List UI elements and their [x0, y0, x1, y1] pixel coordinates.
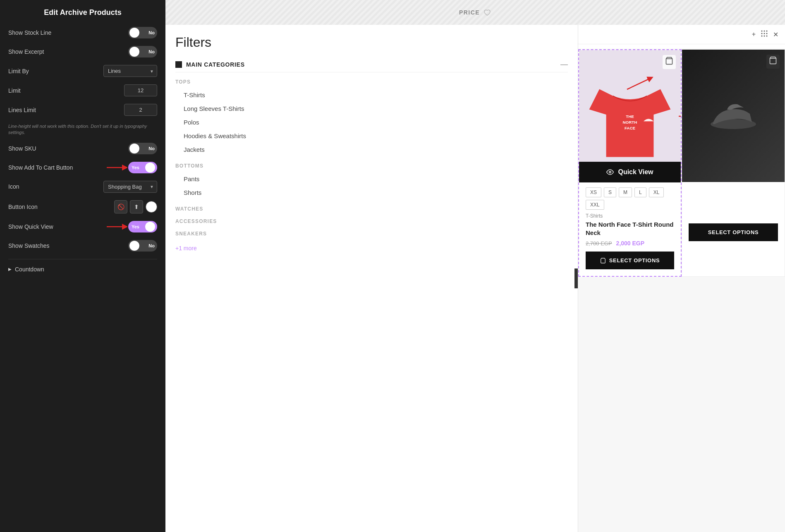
collapse-panel-btn[interactable]: ‹	[574, 268, 578, 288]
heart-icon	[483, 8, 491, 17]
toggle-knob	[145, 222, 155, 232]
svg-point-8	[761, 36, 763, 37]
product-category-1: T-Shirts	[579, 213, 681, 220]
close-icon[interactable]: ✕	[773, 31, 778, 38]
toggle-knob	[129, 47, 139, 57]
sneakers-heading: SNEAKERS	[175, 231, 568, 237]
right-panel: + ✕ Default sorting Price: Low to High	[578, 25, 785, 532]
cart-icon-overlay-2[interactable]	[766, 55, 780, 69]
toggle-value: No	[148, 49, 155, 54]
shorts-item[interactable]: Shorts	[184, 186, 568, 199]
category-square-icon	[175, 61, 182, 68]
main-categories-header-left: MAIN CATEGORIES	[175, 61, 245, 68]
svg-point-9	[764, 36, 765, 37]
size-s[interactable]: S	[604, 187, 616, 197]
jackets-item[interactable]: Jackets	[184, 143, 568, 156]
shopping-bag-icon-2	[769, 56, 777, 65]
countdown-row[interactable]: ▶ Countdown	[8, 266, 157, 273]
show-swatches-label: Show Swatches	[8, 242, 50, 249]
show-excerpt-row: Show Excerpt No	[8, 46, 157, 58]
arrow-right-product-icon	[677, 110, 681, 122]
icon-btn-circle[interactable]	[146, 201, 157, 213]
product-grid: THE NORTH FACE	[578, 49, 785, 277]
show-stock-line-toggle[interactable]: No	[128, 27, 157, 38]
main-categories-section: MAIN CATEGORIES — TOPS T-Shirts Long Sle…	[175, 60, 568, 252]
original-price-1: 2,700 EGP	[586, 240, 612, 247]
lines-limit-label: Lines Limit	[8, 107, 36, 113]
size-m[interactable]: M	[619, 187, 632, 197]
limit-row: Limit	[8, 84, 157, 96]
sale-price-1: 2,000 EGP	[616, 240, 645, 247]
grid-icon[interactable]	[761, 30, 768, 39]
sneakers-section: SNEAKERS	[175, 231, 568, 237]
product-image-2	[682, 50, 785, 182]
polos-item[interactable]: Polos	[184, 115, 568, 129]
show-sku-toggle[interactable]: No	[128, 143, 157, 154]
svg-point-10	[766, 36, 768, 37]
svg-text:THE: THE	[626, 114, 634, 119]
limit-by-select[interactable]: Lines Items None	[103, 65, 157, 77]
watches-section: WATCHES	[175, 206, 568, 212]
countdown-arrow-icon: ▶	[8, 267, 12, 271]
product-name-1: The North Face T-Shirt Round Neck	[579, 220, 681, 240]
show-quick-view-toggle[interactable]: Yes	[128, 221, 157, 232]
size-l[interactable]: L	[634, 187, 646, 197]
product-card-1[interactable]: THE NORTH FACE	[578, 49, 682, 277]
cart-icon-overlay[interactable]	[663, 55, 676, 69]
size-xs[interactable]: XS	[586, 187, 601, 197]
svg-text:NORTH: NORTH	[623, 120, 637, 125]
svg-point-24	[609, 171, 611, 173]
countdown-label: Countdown	[15, 266, 44, 273]
svg-point-7	[766, 33, 768, 34]
quick-view-bar[interactable]: Quick View	[579, 162, 681, 182]
size-xl[interactable]: XL	[649, 187, 664, 197]
t-shirts-item[interactable]: T-Shirts	[184, 88, 568, 102]
pants-item[interactable]: Pants	[184, 172, 568, 186]
button-icon-label: Button Icon	[8, 204, 38, 210]
filters-title: Filters	[175, 35, 568, 50]
lines-limit-input[interactable]	[124, 104, 157, 116]
toggle-knob	[129, 241, 139, 251]
select-options-btn-1[interactable]: SELECT OPTIONS	[586, 252, 674, 269]
main-categories-label: MAIN CATEGORIES	[186, 61, 245, 68]
main-categories-header: MAIN CATEGORIES —	[175, 60, 568, 72]
price-text: PRICE	[459, 9, 480, 16]
icon-btn-upload[interactable]: ⬆	[130, 200, 143, 213]
bag-icon-btn	[600, 258, 606, 264]
product-card-2[interactable]: SELECT OPTIONS	[682, 49, 785, 277]
show-add-to-cart-toggle[interactable]: Yes	[128, 162, 157, 173]
icon-btn-block[interactable]: 🚫	[114, 200, 127, 213]
shoe-placeholder-icon	[708, 99, 758, 132]
toggle-knob	[129, 28, 139, 38]
tops-heading: TOPS	[175, 79, 568, 85]
long-sleeves-item[interactable]: Long Sleeves T-Shirts	[184, 102, 568, 115]
show-excerpt-toggle[interactable]: No	[128, 46, 157, 58]
svg-text:FACE: FACE	[625, 126, 636, 130]
icon-select[interactable]: Shopping Bag Cart Bag	[103, 181, 157, 193]
toggle-value: Yes	[132, 224, 139, 229]
top-stripe: PRICE	[165, 0, 785, 25]
size-xxl[interactable]: XXL	[586, 200, 604, 210]
left-panel: Edit Archive Products Show Stock Line No…	[0, 0, 165, 532]
svg-point-3	[764, 31, 765, 32]
limit-label: Limit	[8, 87, 21, 94]
toggle-value: No	[148, 146, 155, 151]
select-options-label-2: SELECT OPTIONS	[708, 229, 759, 235]
hoodies-item[interactable]: Hoodies & Sweatshirts	[184, 129, 568, 143]
show-stock-line-label: Show Stock Line	[8, 29, 51, 36]
limit-input[interactable]	[124, 84, 157, 96]
show-add-to-cart-row: Show Add To Cart Button Yes	[8, 162, 157, 173]
collapse-main-categories-btn[interactable]: —	[560, 60, 568, 69]
panel-title: Edit Archive Products	[8, 8, 157, 17]
plus-icon[interactable]: +	[752, 31, 756, 38]
select-options-btn-2[interactable]: SELECT OPTIONS	[689, 223, 778, 241]
show-swatches-row: Show Swatches No	[8, 240, 157, 252]
show-sku-label: Show SKU	[8, 145, 36, 152]
accessories-heading: ACCESSORIES	[175, 218, 568, 224]
accessories-section: ACCESSORIES	[175, 218, 568, 224]
icon-select-wrapper: Shopping Bag Cart Bag	[103, 181, 157, 193]
show-swatches-toggle[interactable]: No	[128, 240, 157, 252]
top-bar: + ✕	[578, 25, 785, 44]
limit-by-label: Limit By	[8, 68, 29, 74]
more-link[interactable]: +1 more	[175, 245, 197, 252]
